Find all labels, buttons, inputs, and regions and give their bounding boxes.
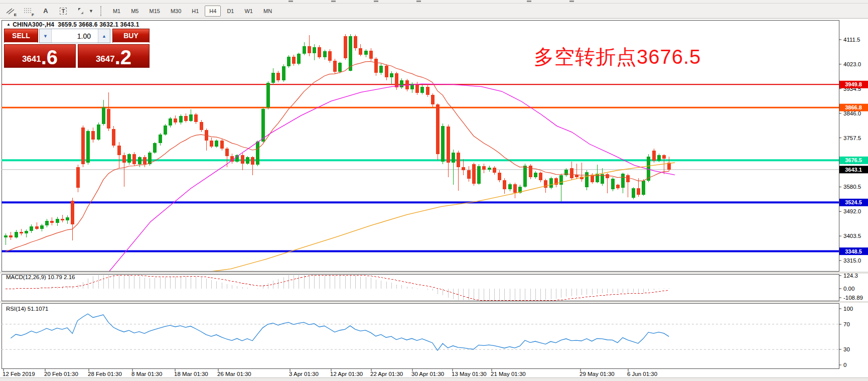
candle xyxy=(642,179,645,196)
price-badge-3949.8[interactable]: 3949.8 xyxy=(839,81,868,88)
application-window: EFAT▼M1M5M15M30H1H4D1W1MN 4111.54023.039… xyxy=(0,0,868,381)
price-badge-3643.1[interactable]: 3643.1 xyxy=(839,166,868,173)
candle xyxy=(477,164,481,185)
candle xyxy=(549,177,553,189)
candle xyxy=(297,53,301,65)
svg-text:3492.0: 3492.0 xyxy=(843,208,861,214)
expand-triangle-icon[interactable]: ▲ xyxy=(7,22,11,27)
candle xyxy=(215,140,218,148)
candle xyxy=(441,123,445,165)
timeframe-button-M15[interactable]: M15 xyxy=(144,6,164,17)
price-badge-3348.5[interactable]: 3348.5 xyxy=(839,247,868,255)
arrow-marker-tool-icon[interactable] xyxy=(74,5,88,17)
timeframe-button-M1[interactable]: M1 xyxy=(108,6,125,17)
sell-price-main: 3641 xyxy=(22,54,41,64)
svg-text:22 Apr 01:30: 22 Apr 01:30 xyxy=(370,371,403,377)
candle xyxy=(318,45,321,59)
volume-up-button[interactable]: ▲ xyxy=(98,29,110,43)
svg-text:18 Mar 01:30: 18 Mar 01:30 xyxy=(174,371,208,377)
timeframe-button-M5[interactable]: M5 xyxy=(126,6,143,17)
svg-text:-108.89: -108.89 xyxy=(843,295,863,301)
svg-text:70: 70 xyxy=(843,321,850,327)
svg-text:3866.8: 3866.8 xyxy=(845,104,862,110)
price-badge-3866.8[interactable]: 3866.8 xyxy=(839,104,868,111)
sell-button[interactable]: SELL xyxy=(4,29,38,43)
candle xyxy=(472,163,476,186)
candle xyxy=(153,142,157,154)
svg-text:8 Mar 01:30: 8 Mar 01:30 xyxy=(131,371,162,377)
window-edge-mark xyxy=(331,1,336,2)
macd-pane[interactable] xyxy=(2,275,839,301)
svg-text:3348.5: 3348.5 xyxy=(845,248,862,255)
time-axis[interactable]: 12 Feb 201920 Feb 01:3028 Feb 01:308 Mar… xyxy=(3,369,657,377)
tool-dropdown-caret-icon[interactable]: ▼ xyxy=(89,9,93,14)
svg-text:4111.5: 4111.5 xyxy=(843,37,860,43)
candle xyxy=(287,55,291,68)
candle xyxy=(164,124,167,136)
svg-text:0.00: 0.00 xyxy=(843,286,854,292)
sell-price-frac: .6 xyxy=(41,49,58,66)
candle xyxy=(338,62,342,73)
svg-text:20 Feb 01:30: 20 Feb 01:30 xyxy=(44,371,78,377)
one-click-trade-panel: SELL ▼ 1.00 ▲ BUY 3641.6 3647.2 xyxy=(4,29,150,68)
timeframe-button-W1[interactable]: W1 xyxy=(240,6,257,17)
buy-price-main: 3647 xyxy=(96,54,115,64)
timeframe-button-MN[interactable]: MN xyxy=(259,6,276,17)
candle xyxy=(86,130,90,165)
svg-text:3757.5: 3757.5 xyxy=(843,135,861,141)
buy-price-display[interactable]: 3647.2 xyxy=(78,44,150,68)
window-edge-mark xyxy=(527,1,531,2)
svg-text:12 Feb 2019: 12 Feb 2019 xyxy=(3,371,35,377)
toolbar-separator xyxy=(100,6,103,16)
svg-text:3315.0: 3315.0 xyxy=(843,258,861,264)
svg-text:3403.5: 3403.5 xyxy=(843,233,861,239)
timeframe-button-H1[interactable]: H1 xyxy=(187,6,203,17)
candle xyxy=(333,59,337,74)
candle xyxy=(344,34,347,59)
svg-text:3676.5: 3676.5 xyxy=(845,157,862,163)
timeframe-button-D1[interactable]: D1 xyxy=(222,6,238,17)
svg-text:100: 100 xyxy=(843,306,853,312)
window-edge-mark xyxy=(416,1,421,2)
price-badges-layer: 3949.83866.83676.53643.13524.53348.5 xyxy=(839,81,868,255)
macd-indicator-label: MACD(12,26,9) 10.79 2.16 xyxy=(6,274,75,280)
price-badge-3524.5[interactable]: 3524.5 xyxy=(839,199,868,206)
candle xyxy=(349,34,352,71)
window-top-edge xyxy=(0,0,868,4)
svg-text:13 May 01:30: 13 May 01:30 xyxy=(452,371,487,377)
timeframe-button-M30[interactable]: M30 xyxy=(166,6,186,17)
buy-price-frac: .2 xyxy=(115,49,131,66)
symbol-name: CHINA300-,H4 xyxy=(13,21,54,28)
candle xyxy=(256,141,259,166)
text-label-tool-icon[interactable]: A xyxy=(39,5,53,17)
svg-text:26 Mar 01:30: 26 Mar 01:30 xyxy=(217,371,251,377)
pane-divider[interactable] xyxy=(0,301,868,303)
pane-divider[interactable] xyxy=(0,272,868,274)
volume-down-button[interactable]: ▼ xyxy=(40,29,52,43)
text-box-tool-icon[interactable]: T xyxy=(56,5,70,17)
timeframe-button-H4[interactable]: H4 xyxy=(205,6,221,17)
sell-price-display[interactable]: 3641.6 xyxy=(4,44,76,68)
volume-spinner: ▼ 1.00 ▲ xyxy=(39,29,110,43)
svg-text:29 May 01:30: 29 May 01:30 xyxy=(580,371,615,377)
candle xyxy=(436,103,440,160)
symbol-ohlc-header: ▲CHINA300-,H4 3659.5 3668.6 3632.1 3643.… xyxy=(7,21,139,28)
svg-text:30: 30 xyxy=(843,346,850,352)
ohlc-values: 3659.5 3668.6 3632.1 3643.1 xyxy=(58,21,139,28)
equidistant-channel-tool-icon[interactable]: E xyxy=(4,5,18,17)
svg-text:3524.5: 3524.5 xyxy=(845,199,862,205)
chart-annotation-text[interactable]: 多空转折点3676.5 xyxy=(534,43,701,71)
fibonacci-lines-tool-icon[interactable]: F xyxy=(21,5,35,17)
svg-text:3580.5: 3580.5 xyxy=(843,184,861,190)
svg-text:3 Apr 01:30: 3 Apr 01:30 xyxy=(289,371,319,377)
candle xyxy=(632,187,635,199)
window-edge-mark xyxy=(569,1,574,2)
buy-button[interactable]: BUY xyxy=(112,29,150,43)
rsi-pane[interactable] xyxy=(2,304,839,369)
svg-text:3949.8: 3949.8 xyxy=(845,81,862,87)
candle xyxy=(354,35,357,50)
candle xyxy=(81,125,85,167)
candle xyxy=(112,126,115,148)
price-badge-3676.5[interactable]: 3676.5 xyxy=(839,157,868,164)
volume-input[interactable]: 1.00 xyxy=(52,29,98,43)
